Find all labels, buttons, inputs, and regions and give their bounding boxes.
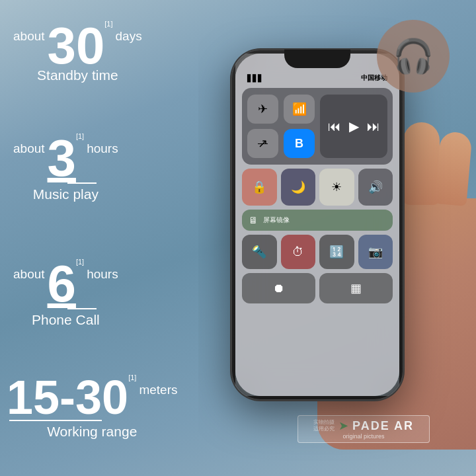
timer-btn[interactable]: ⏱ — [281, 235, 316, 269]
wifi-btn[interactable]: 📶 — [284, 95, 315, 124]
phone-call-stat: about 6 [1] hours Phone Call — [13, 258, 118, 328]
bluetooth-btn[interactable]: B — [284, 129, 315, 158]
range-suffix: meters — [139, 383, 177, 397]
phone-value: 6 — [48, 258, 76, 309]
phone-suffix: hours — [87, 267, 118, 282]
mirror-icon: 🖥 — [249, 215, 258, 225]
phone-prefix: about — [13, 267, 45, 282]
rewind-btn[interactable]: ⏮ — [328, 119, 341, 134]
signal-icon: ▋▋▋ — [247, 75, 263, 82]
iphone-frame: ▋▋▋ 中国移动 ✈ 📶 ↗ B ⏮ — [231, 50, 403, 400]
no-disturb-btn[interactable]: ↗ — [247, 129, 278, 158]
watermark-subtitle: original pictures — [342, 433, 384, 440]
headphone-icon: 🎧 — [393, 37, 434, 75]
screen-mirror-btn[interactable]: 🖥 屏幕镜像 — [242, 210, 393, 231]
finger-3 — [403, 122, 440, 205]
range-stat: 15-30 [1] meters Working range — [7, 374, 177, 440]
standby-prefix: about — [13, 29, 45, 44]
watermark-brand: PADE AR — [352, 419, 414, 433]
music-stat: about 3 [1] hours Music play — [13, 132, 118, 202]
forward-btn[interactable]: ⏭ — [367, 119, 380, 134]
watermark-label1: 实物拍摄 — [313, 419, 335, 426]
play-btn[interactable]: ▶ — [349, 118, 359, 134]
range-superscript: [1] — [128, 374, 136, 381]
watermark-arrow-icon: ➤ — [338, 418, 348, 433]
product-scene: ▋▋▋ 中国移动 ✈ 📶 ↗ B ⏮ — [198, 0, 476, 476]
music-prefix: about — [13, 141, 45, 156]
control-center: ▋▋▋ 中国移动 ✈ 📶 ↗ B ⏮ — [235, 54, 399, 396]
record-btn[interactable]: ⏺ — [242, 273, 315, 303]
qr-btn[interactable]: ▦ — [319, 273, 393, 303]
music-value: 3 — [48, 132, 76, 184]
mirror-label: 屏幕镜像 — [263, 216, 290, 225]
headphone-bubble: 🎧 — [377, 20, 450, 93]
music-label: Music play — [13, 186, 118, 202]
moon-btn[interactable]: 🌙 — [281, 169, 316, 206]
volume-btn[interactable]: 🔊 — [358, 169, 393, 206]
calculator-btn[interactable]: 🔢 — [319, 235, 354, 269]
phone-label: Phone Call — [13, 312, 118, 328]
flashlight-btn[interactable]: 🔦 — [242, 235, 277, 269]
watermark: 实物拍摄 适用必究 ➤ PADE AR original pictures — [298, 415, 430, 443]
iphone-notch — [284, 50, 350, 68]
iphone-screen: ▋▋▋ 中国移动 ✈ 📶 ↗ B ⏮ — [235, 54, 399, 396]
brightness-btn[interactable]: ☀ — [319, 169, 354, 206]
watermark-label2: 适用必究 — [313, 426, 335, 432]
airplane-btn[interactable]: ✈ — [247, 95, 278, 124]
phone-superscript: [1] — [76, 258, 84, 266]
range-label: Working range — [7, 424, 177, 440]
standby-superscript: [1] — [104, 20, 112, 28]
range-value: 15-30 — [7, 374, 128, 421]
standby-suffix: days — [116, 29, 142, 44]
music-suffix: hours — [87, 141, 118, 156]
standby-label: Standby time — [13, 67, 142, 83]
finger-4 — [434, 131, 472, 206]
music-superscript: [1] — [76, 132, 84, 140]
status-bar: ▋▋▋ 中国移动 — [242, 73, 393, 83]
camera-btn[interactable]: 📷 — [358, 235, 393, 269]
standby-stat: about 30 [1] days Standby time — [13, 20, 142, 83]
standby-value: 30 — [48, 20, 105, 71]
screen-lock-btn[interactable]: 🔒 — [242, 169, 277, 206]
